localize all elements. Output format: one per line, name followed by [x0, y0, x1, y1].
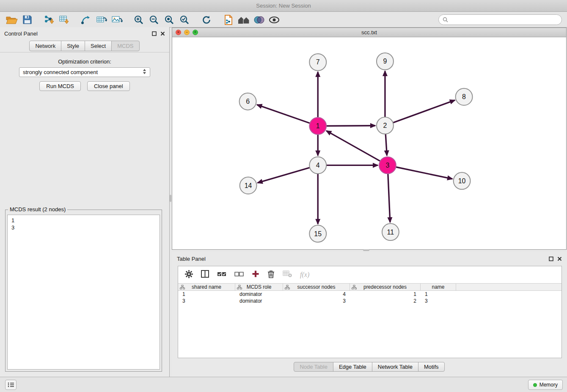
- table-cell: 3: [283, 298, 350, 304]
- trash-icon: [267, 270, 275, 278]
- minimize-window-button[interactable]: −: [184, 30, 190, 35]
- select-all-icon: [217, 271, 226, 277]
- snapshot-button[interactable]: [221, 14, 236, 26]
- tab-node-table[interactable]: Node Table: [294, 362, 333, 372]
- maximize-window-button[interactable]: +: [193, 30, 198, 35]
- import-network-button[interactable]: [41, 14, 57, 26]
- column-label: MCDS role: [247, 284, 272, 290]
- close-icon[interactable]: [160, 31, 165, 36]
- criterion-select[interactable]: strongly connected component: [19, 67, 150, 77]
- graph-node[interactable]: 9: [377, 53, 394, 70]
- open-file-button[interactable]: [4, 14, 19, 26]
- columns-icon: [201, 270, 209, 278]
- graph-node[interactable]: 2: [377, 117, 394, 134]
- column-header-shared-name[interactable]: shared name: [178, 284, 235, 290]
- optimization-criterion-label: Optimization criterion:: [0, 58, 169, 65]
- node-table: f(x) shared name MCDS role successor nod…: [178, 266, 562, 358]
- run-mcds-button[interactable]: Run MCDS: [39, 81, 81, 91]
- export-network-button[interactable]: [79, 14, 94, 26]
- table-tabs: Node Table Edge Table Network Table Moti…: [172, 362, 567, 372]
- export-table-button[interactable]: [94, 14, 109, 26]
- graph-node[interactable]: 14: [240, 177, 257, 194]
- zoom-fit-button[interactable]: [162, 14, 177, 26]
- network-window: × − + scc.txt 7968124314101511: [172, 28, 567, 250]
- table-row[interactable]: 1dominator411: [178, 291, 561, 298]
- float-window-icon[interactable]: [152, 31, 157, 36]
- zoom-out-button[interactable]: [146, 14, 162, 26]
- table-cell: 3: [421, 298, 456, 304]
- refresh-layout-button[interactable]: [199, 14, 214, 26]
- graph-edge[interactable]: [393, 100, 455, 123]
- save-session-button[interactable]: [19, 14, 35, 26]
- delete-column-button[interactable]: [267, 270, 275, 280]
- select-all-rows-button[interactable]: [217, 271, 226, 279]
- function-builder-button[interactable]: f(x): [300, 271, 309, 279]
- graph-edge[interactable]: [326, 126, 375, 126]
- splitter-handle-vertical[interactable]: [170, 195, 171, 202]
- graph-node[interactable]: 6: [239, 93, 256, 110]
- graph-node[interactable]: 1: [309, 118, 326, 135]
- close-window-button[interactable]: ×: [176, 30, 181, 35]
- table-row[interactable]: 3dominator323: [178, 298, 561, 304]
- graph-node[interactable]: 11: [382, 224, 399, 240]
- network-window-titlebar[interactable]: × − + scc.txt: [172, 28, 566, 37]
- close-icon[interactable]: [557, 257, 562, 261]
- tree-icon: [285, 285, 290, 291]
- style-venn-button[interactable]: [251, 14, 267, 26]
- first-neighbors-button[interactable]: [236, 14, 251, 26]
- graph-edge[interactable]: [258, 168, 310, 183]
- column-header-successor-nodes[interactable]: successor nodes: [283, 284, 350, 290]
- mcds-result-list[interactable]: 1 3: [7, 215, 160, 370]
- status-bar: Memory: [0, 377, 567, 392]
- graph-node[interactable]: 10: [454, 172, 471, 189]
- graph-edge[interactable]: [257, 105, 310, 123]
- splitter-handle-horizontal[interactable]: [363, 249, 369, 251]
- tab-mcds[interactable]: MCDS: [111, 41, 139, 51]
- search-input[interactable]: [451, 17, 558, 23]
- tab-select[interactable]: Select: [85, 41, 112, 51]
- column-header-name[interactable]: name: [421, 284, 456, 290]
- svg-text:9: 9: [383, 58, 387, 65]
- graph-node[interactable]: 15: [309, 225, 326, 242]
- graph-edge[interactable]: [326, 131, 380, 161]
- tab-edge-table[interactable]: Edge Table: [333, 362, 372, 372]
- tree-icon: [180, 285, 185, 291]
- task-history-button[interactable]: [5, 380, 17, 390]
- show-columns-button[interactable]: [201, 270, 209, 279]
- search-box[interactable]: [438, 14, 562, 25]
- close-panel-button[interactable]: Close panel: [87, 81, 130, 91]
- delete-table-button[interactable]: [283, 271, 292, 279]
- deselect-all-rows-button[interactable]: [234, 271, 244, 279]
- graph-edge[interactable]: [388, 174, 390, 222]
- table-header-row: shared name MCDS role successor nodes pr…: [178, 283, 561, 291]
- table-cell: 2: [350, 298, 421, 304]
- tab-style[interactable]: Style: [61, 41, 85, 51]
- tab-motifs[interactable]: Motifs: [418, 362, 445, 372]
- svg-text:10: 10: [458, 177, 466, 185]
- show-hide-button[interactable]: [267, 14, 282, 26]
- add-column-button[interactable]: [252, 270, 259, 279]
- table-settings-button[interactable]: [185, 270, 193, 280]
- column-header-predecessor-nodes[interactable]: predecessor nodes: [350, 284, 421, 290]
- memory-button[interactable]: Memory: [528, 380, 563, 390]
- tab-network[interactable]: Network: [29, 41, 61, 51]
- float-window-icon[interactable]: [549, 257, 553, 261]
- graph-node[interactable]: 3: [379, 157, 396, 174]
- svg-text:15: 15: [314, 230, 322, 237]
- network-canvas[interactable]: 7968124314101511: [172, 38, 566, 249]
- import-table-button[interactable]: [57, 14, 72, 26]
- graph-node[interactable]: 7: [309, 54, 326, 71]
- column-label: successor nodes: [297, 284, 335, 290]
- table-cell: 1: [350, 291, 421, 298]
- graph-node[interactable]: 4: [309, 157, 326, 174]
- export-image-button[interactable]: [109, 14, 124, 26]
- tab-network-table[interactable]: Network Table: [372, 362, 418, 372]
- mcds-result-line: 1: [11, 217, 156, 224]
- column-header-mcds-role[interactable]: MCDS role: [235, 284, 283, 290]
- zoom-in-button[interactable]: [131, 14, 146, 26]
- graph-edge[interactable]: [396, 167, 452, 179]
- zoom-selected-button[interactable]: [177, 14, 192, 26]
- graph-edge[interactable]: [385, 134, 387, 156]
- graph-node[interactable]: 8: [456, 88, 473, 105]
- svg-text:4: 4: [316, 162, 320, 169]
